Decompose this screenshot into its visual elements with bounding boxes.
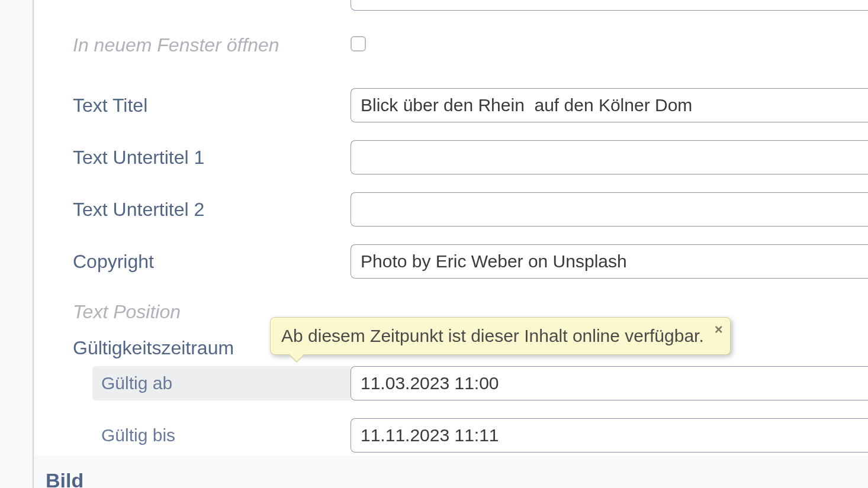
input-valid-from[interactable] <box>351 366 868 400</box>
input-top-partial[interactable] <box>351 0 868 11</box>
label-text-subtitle2: Text Untertitel 2 <box>34 199 351 221</box>
input-valid-to[interactable] <box>351 418 868 453</box>
section-heading-image: Bild <box>46 469 83 488</box>
row-copyright: Copyright <box>34 244 868 279</box>
row-top-partial <box>34 0 868 11</box>
label-open-new-window: In neuem Fenster öffnen <box>34 34 351 56</box>
tooltip-valid-from: Ab diesem Zeitpunkt ist dieser Inhalt on… <box>270 317 731 355</box>
row-text-subtitle1: Text Untertitel 1 <box>34 140 868 174</box>
tooltip-close-icon[interactable]: × <box>715 321 723 338</box>
tooltip-text: Ab diesem Zeitpunkt ist dieser Inhalt on… <box>281 326 704 345</box>
checkbox-open-new-window[interactable] <box>351 36 366 51</box>
input-text-title[interactable] <box>351 88 868 122</box>
input-text-subtitle1[interactable] <box>351 140 868 174</box>
label-text-subtitle1: Text Untertitel 1 <box>34 147 351 169</box>
label-copyright: Copyright <box>34 251 351 273</box>
input-text-subtitle2[interactable] <box>351 192 868 227</box>
row-text-title: Text Titel <box>34 88 868 122</box>
form-panel: In neuem Fenster öffnen Text Titel Text … <box>34 0 868 455</box>
row-text-subtitle2: Text Untertitel 2 <box>34 192 868 227</box>
row-valid-from: Gültig ab <box>34 366 868 400</box>
label-validity-header: Gültigkeitszeitraum <box>34 337 234 359</box>
label-valid-from: Gültig ab <box>92 366 351 400</box>
row-open-new-window: In neuem Fenster öffnen <box>34 34 868 56</box>
tooltip-arrow <box>290 354 304 361</box>
label-text-title: Text Titel <box>34 95 351 117</box>
panel-left-border <box>33 0 34 488</box>
row-valid-to: Gültig bis <box>34 418 868 453</box>
label-valid-to: Gültig bis <box>34 418 351 453</box>
input-copyright[interactable] <box>351 244 868 279</box>
